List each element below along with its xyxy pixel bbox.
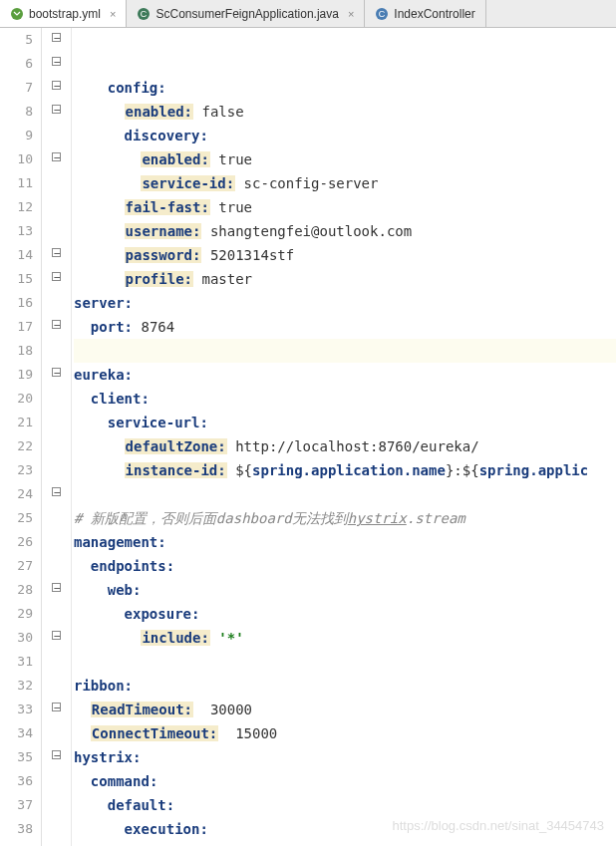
code-line[interactable]: enabled: true: [74, 147, 616, 171]
line-number: 8: [0, 100, 33, 124]
code-line[interactable]: isolation:: [74, 841, 616, 846]
code-line[interactable]: management:: [74, 530, 616, 554]
fold-toggle-icon[interactable]: [52, 320, 61, 329]
line-number: 26: [0, 530, 33, 554]
svg-point-0: [11, 8, 23, 20]
line-number: 22: [0, 434, 33, 458]
code-line[interactable]: port: 8764: [74, 315, 616, 339]
code-line[interactable]: service-id: sc-config-server: [74, 171, 616, 195]
fold-toggle-icon[interactable]: [52, 368, 61, 377]
close-icon[interactable]: ×: [110, 8, 116, 20]
line-number: 34: [0, 721, 33, 745]
line-number: 36: [0, 769, 33, 793]
line-number: 27: [0, 554, 33, 578]
code-line[interactable]: service-url:: [74, 411, 616, 434]
code-line[interactable]: include: '*': [74, 626, 616, 650]
line-number: 32: [0, 674, 33, 698]
line-number: 19: [0, 363, 33, 387]
code-line[interactable]: server:: [74, 291, 616, 315]
code-line[interactable]: default:: [74, 793, 616, 817]
tab-label: IndexController: [394, 7, 474, 21]
line-number: 16: [0, 291, 33, 315]
code-line[interactable]: password: 5201314stf: [74, 243, 616, 267]
tab-feign-application[interactable]: C ScConsumerFeignApplication.java ×: [127, 0, 365, 27]
svg-text:C: C: [141, 9, 148, 19]
code-line[interactable]: [74, 650, 616, 674]
code-line[interactable]: endpoints:: [74, 554, 616, 578]
code-line[interactable]: enabled: false: [74, 100, 616, 124]
line-number: 11: [0, 171, 33, 195]
line-number: 33: [0, 698, 33, 721]
code-line[interactable]: defaultZone: http://localhost:8760/eurek…: [74, 434, 616, 458]
fold-column: [42, 28, 72, 846]
line-number: 7: [0, 76, 33, 100]
java-class-icon: C: [137, 7, 151, 21]
line-number: 37: [0, 793, 33, 817]
code-line[interactable]: eureka:: [74, 363, 616, 387]
line-number: 17: [0, 315, 33, 339]
code-line[interactable]: ReadTimeout: 30000: [74, 698, 616, 721]
line-number: 15: [0, 267, 33, 291]
code-editor[interactable]: 5678910111213141516171819202122232425262…: [0, 28, 616, 846]
line-number: 18: [0, 339, 33, 363]
line-number: 24: [0, 482, 33, 506]
code-line[interactable]: config:: [74, 76, 616, 100]
line-number: 5: [0, 28, 33, 52]
fold-toggle-icon[interactable]: [52, 703, 61, 711]
fold-toggle-icon[interactable]: [52, 631, 61, 640]
line-number-gutter: 5678910111213141516171819202122232425262…: [0, 28, 42, 846]
fold-toggle-icon[interactable]: [52, 487, 61, 496]
line-number: 21: [0, 411, 33, 434]
line-number: 20: [0, 387, 33, 411]
line-number: 30: [0, 626, 33, 650]
code-line[interactable]: exposure:: [74, 602, 616, 626]
line-number: 28: [0, 578, 33, 602]
code-line[interactable]: instance-id: ${spring.application.name}:…: [74, 458, 616, 482]
line-number: 14: [0, 243, 33, 267]
fold-toggle-icon[interactable]: [52, 583, 61, 592]
line-number: 12: [0, 195, 33, 219]
line-number: 9: [0, 124, 33, 147]
code-line[interactable]: [74, 482, 616, 506]
code-line[interactable]: ribbon:: [74, 674, 616, 698]
line-number: 29: [0, 602, 33, 626]
code-line[interactable]: command:: [74, 769, 616, 793]
fold-toggle-icon[interactable]: [52, 81, 61, 90]
code-line[interactable]: discovery:: [74, 124, 616, 147]
svg-text:C: C: [379, 9, 386, 19]
java-class-icon: C: [375, 7, 389, 21]
close-icon[interactable]: ×: [348, 8, 354, 20]
code-line[interactable]: web:: [74, 578, 616, 602]
code-line[interactable]: client:: [74, 387, 616, 411]
fold-toggle-icon[interactable]: [52, 248, 61, 257]
code-line[interactable]: ConnectTimeout: 15000: [74, 721, 616, 745]
tab-label: bootstrap.yml: [29, 7, 101, 21]
code-line[interactable]: [74, 339, 616, 363]
fold-toggle-icon[interactable]: [52, 272, 61, 281]
code-line[interactable]: execution:: [74, 817, 616, 841]
tab-bootstrap-yml[interactable]: bootstrap.yml ×: [0, 0, 127, 27]
line-number: 13: [0, 219, 33, 243]
code-line[interactable]: fail-fast: true: [74, 195, 616, 219]
code-line[interactable]: hystrix:: [74, 745, 616, 769]
fold-toggle-icon[interactable]: [52, 57, 61, 66]
line-number: 25: [0, 506, 33, 530]
line-number: 10: [0, 147, 33, 171]
line-number: 38: [0, 817, 33, 841]
fold-toggle-icon[interactable]: [52, 105, 61, 114]
code-line[interactable]: profile: master: [74, 267, 616, 291]
code-content[interactable]: config: enabled: false discovery: enable…: [72, 28, 616, 846]
fold-toggle-icon[interactable]: [52, 152, 61, 161]
editor-tabs: bootstrap.yml × C ScConsumerFeignApplica…: [0, 0, 616, 28]
line-number: 31: [0, 650, 33, 674]
line-number: 6: [0, 52, 33, 76]
code-line[interactable]: username: shangtengfei@outlook.com: [74, 219, 616, 243]
fold-toggle-icon[interactable]: [52, 33, 61, 42]
line-number: 23: [0, 458, 33, 482]
tab-label: ScConsumerFeignApplication.java: [155, 7, 338, 21]
fold-toggle-icon[interactable]: [52, 750, 61, 759]
code-line[interactable]: # 新版配置，否则后面dashboard无法找到hystrix.stream: [74, 506, 616, 530]
line-number: 35: [0, 745, 33, 769]
tab-index-controller[interactable]: C IndexController: [365, 0, 485, 27]
yaml-file-icon: [10, 7, 24, 21]
